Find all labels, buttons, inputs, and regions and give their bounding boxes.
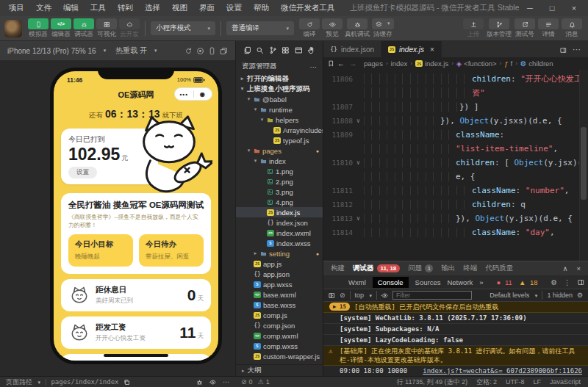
context-select[interactable]: top ▾ (355, 292, 373, 299)
countdown-list-item[interactable]: 距休息日美好周末已到0天 (61, 279, 211, 311)
extensions-icon[interactable] (282, 46, 290, 54)
fold-chevron-icon[interactable]: ∨ (353, 215, 364, 222)
devtools-tab-Console[interactable]: Console (373, 277, 409, 288)
code-line[interactable]: e, { (323, 170, 588, 184)
menu-item-10[interactable]: 帮助 (248, 3, 275, 13)
code-line[interactable]: 资" (323, 86, 588, 100)
code-line[interactable]: 11806children: "开开心心快发工 (323, 72, 588, 86)
toolbar-button-编译[interactable]: 编译 (299, 18, 320, 39)
console-message[interactable]: 09:00 18:00 10000 15 10index.js?t=wechat… (323, 366, 588, 376)
tree-item-1.png[interactable]: 1.png (236, 166, 323, 176)
tree-item-setting[interactable]: ▸setting● (236, 248, 323, 258)
tree-item-custom-wrapper.js[interactable]: JScustom-wrapper.js (236, 351, 323, 361)
tree-item-runtime[interactable]: ▾runtime (236, 104, 323, 115)
debugger-tab-问题[interactable]: 问题1 (408, 264, 433, 273)
console-sidebar-icon[interactable] (329, 292, 335, 299)
tree-item-index.js[interactable]: JSindex.js (236, 207, 323, 217)
tree-item-app.js[interactable]: JSapp.js (236, 258, 323, 269)
encoding[interactable]: UTF-8 (506, 378, 525, 386)
menu-item-8[interactable]: 界面 (193, 3, 220, 13)
close-panel-icon[interactable]: × (576, 264, 581, 272)
breadcrumb-item-index[interactable]: index (391, 59, 408, 68)
breadcrumb-item-children[interactable]: ⚙children (520, 59, 553, 68)
source-control-icon[interactable] (269, 46, 277, 54)
avatar[interactable] (4, 20, 22, 37)
search-icon[interactable] (256, 46, 264, 54)
tree-item-上班摸鱼小程序源码[interactable]: ▾上班摸鱼小程序源码 (236, 84, 323, 94)
code-line[interactable]: 11811className: "number", (323, 184, 588, 198)
window-icon[interactable] (295, 46, 303, 54)
tree-item-app.wxss[interactable]: Sapp.wxss (236, 279, 323, 289)
breadcrumb-item-<function>[interactable]: ◈<function> (456, 59, 497, 68)
debugger-tab-代码质量[interactable]: 代码质量 (485, 264, 513, 273)
debugger-tab-终端[interactable]: 终端 (463, 264, 477, 273)
fold-chevron-icon[interactable]: ∨ (353, 117, 364, 124)
tree-item-4.png[interactable]: 4.png (236, 197, 323, 207)
breadcrumb-item-f[interactable]: ƒf (504, 59, 512, 68)
capsule-menu-button[interactable]: ••• (175, 91, 193, 98)
refresh-icon[interactable] (184, 47, 193, 55)
console-message[interactable]: ▶ 15[自动热重载] 已开启代码文件保存后自动热重载 (323, 302, 588, 313)
toolbar-button-模拟器[interactable]: 模拟器 (28, 18, 49, 39)
tree-item-base.wxss[interactable]: Sbase.wxss (236, 300, 323, 310)
console-message[interactable]: [system] Subpackages: N/A (323, 324, 588, 335)
inspect-element-icon[interactable] (329, 279, 335, 286)
goal-card[interactable]: 今日小目标晚睡晚起 (68, 234, 133, 267)
tree-item-comp.js[interactable]: JScomp.js (236, 310, 323, 320)
toolbar-button-消息[interactable]: 消息 (562, 18, 582, 39)
code-line[interactable]: "list-item-timeline", (323, 142, 588, 156)
editor-more-icon[interactable]: ⋯ (573, 45, 581, 54)
debugger-tab-输出[interactable]: 输出 (441, 264, 455, 273)
files-icon[interactable] (243, 46, 251, 54)
editor-tab-index.js[interactable]: JSindex.js× (381, 41, 442, 57)
countdown-list-item[interactable]: 距发工资开开心心快发工资11天 (61, 317, 211, 349)
tree-item-打开的编辑器[interactable]: ▸打开的编辑器 (236, 73, 323, 84)
gear-icon[interactable]: ⚙ (577, 292, 583, 299)
tree-item-comp.json[interactable]: {}comp.json (236, 320, 323, 330)
menu-item-2[interactable]: 文件 (30, 3, 57, 13)
kebab-menu-icon[interactable]: ⋮ (564, 278, 571, 286)
page-path-select[interactable]: 页面路径 ▾ (6, 377, 40, 387)
code-line[interactable]: 11807}) ] (323, 100, 588, 114)
tree-item-comp.wxss[interactable]: Scomp.wxss (236, 341, 323, 351)
toolbar-button-编辑器[interactable]: </>编辑器 (51, 18, 71, 39)
maximize-button[interactable]: □ (541, 0, 563, 16)
code-line[interactable]: 11813∨}), Object(y.jsx)(d.e, { (323, 211, 588, 225)
close-tab-icon[interactable]: × (430, 46, 434, 54)
device-frame-icon[interactable] (208, 47, 216, 55)
close-button[interactable]: × (563, 0, 585, 16)
menu-item-6[interactable]: 选择 (139, 3, 166, 13)
log-levels-select[interactable]: Default levels ▾ (490, 292, 537, 299)
gear-icon[interactable]: ⚙ (551, 278, 558, 286)
tree-item-3.png[interactable]: 3.png (236, 187, 323, 197)
code-line[interactable]: 11812children: q (323, 198, 588, 211)
more-icon[interactable]: ⋯ (223, 378, 229, 386)
tree-item-helpers[interactable]: ▾helpers (236, 115, 323, 125)
back-arrow[interactable]: ← (337, 59, 345, 68)
copy-icon[interactable] (123, 379, 130, 386)
eye-icon[interactable] (209, 379, 216, 386)
console-error-count[interactable]: ● 11 (497, 278, 512, 286)
tree-item-base.wxml[interactable]: <>base.wxml (236, 289, 323, 300)
fold-chevron-icon[interactable]: ∨ (353, 159, 364, 166)
debugger-tab-调试器[interactable]: 调试器11, 18 (353, 264, 400, 273)
tree-item-index.wxss[interactable]: Sindex.wxss (236, 238, 323, 248)
tree-item-@babel[interactable]: ▾@babel (236, 94, 323, 104)
tree-arrow[interactable]: ▾ (259, 117, 265, 123)
source-link[interactable]: index.js?t=wechat&s=_607d2389006bf:11626 (423, 366, 582, 375)
devtools-tab-Sources[interactable]: Sources (415, 278, 441, 286)
bug-icon[interactable] (196, 379, 203, 386)
outline-section[interactable]: ▸ 大纲 (236, 364, 323, 376)
indent-setting[interactable]: 空格: 2 (476, 377, 497, 387)
split-editor-icon[interactable] (560, 46, 567, 53)
breadcrumb-item-pages[interactable]: pages (364, 59, 383, 68)
console-message[interactable]: ⚠[基础库] 正在使用灰度中的基础库 3.8.11 进行调试。如有问题，请前往工… (323, 346, 588, 366)
menu-item-11[interactable]: 微信开发者工具 (275, 3, 341, 13)
menu-item-9[interactable]: 设置 (220, 3, 248, 13)
forward-arrow[interactable]: → (350, 59, 357, 68)
dock-side-icon[interactable] (578, 279, 584, 286)
tree-arrow[interactable]: ▾ (240, 86, 245, 92)
tree-item-pages[interactable]: ▾pages● (236, 145, 323, 156)
record-icon[interactable] (196, 47, 204, 55)
toolbar-button-上传[interactable]: 上传 (463, 18, 484, 39)
